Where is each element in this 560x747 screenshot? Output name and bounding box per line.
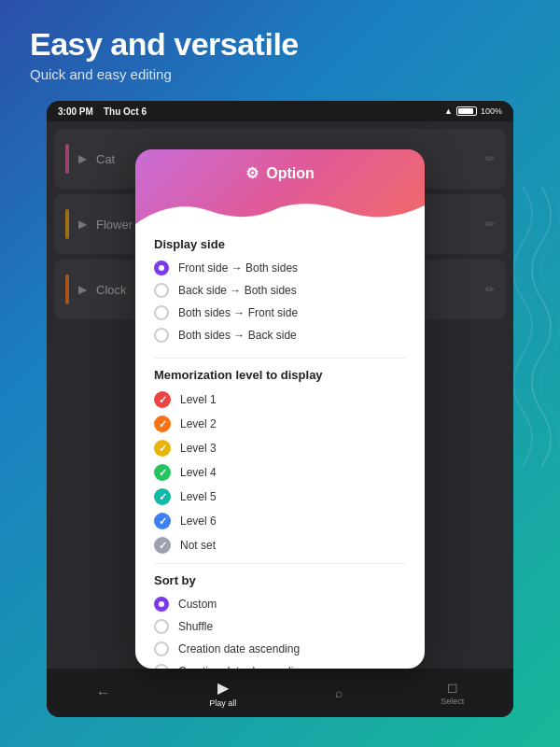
bottom-nav: ← ▶ Play all ⌕ ◻ Select	[47, 669, 513, 717]
radio-label: Back side → Both sides	[178, 284, 297, 297]
radio-circle-selected	[154, 261, 169, 275]
level-label: Level 6	[180, 514, 217, 528]
sort-label: Creation date descending	[178, 665, 306, 669]
modal-card: ⚙ Option Display side Front side → Both	[135, 149, 425, 669]
nav-select[interactable]: ◻ Select	[441, 680, 464, 706]
sort-label: Custom	[178, 598, 217, 611]
nav-back[interactable]: ←	[96, 684, 111, 701]
memorization-title: Memorization level to display	[154, 368, 406, 382]
nav-search[interactable]: ⌕	[335, 685, 343, 700]
level-label: Level 5	[180, 490, 217, 503]
modal-title: ⚙ Option	[154, 164, 406, 182]
sort-label: Creation date ascending	[178, 642, 300, 655]
play-all-icon: ▶	[217, 679, 229, 697]
sort-circle	[154, 664, 169, 669]
radio-label: Both sides → Back side	[178, 329, 297, 342]
level-label: Level 2	[180, 417, 217, 430]
back-icon: ←	[96, 684, 111, 701]
radio-item[interactable]: Back side → Both sides	[154, 283, 406, 298]
select-icon: ◻	[447, 680, 458, 695]
sort-by-title: Sort by	[154, 573, 406, 587]
radio-label: Both sides → Front side	[178, 306, 298, 319]
nav-playall[interactable]: ▶ Play all	[209, 679, 236, 708]
sort-item[interactable]: Shuffle	[154, 619, 406, 634]
sort-circle	[154, 641, 169, 656]
sort-circle	[154, 619, 169, 634]
wifi-icon: ▲	[444, 106, 453, 116]
modal-header: ⚙ Option	[135, 149, 425, 224]
radio-item[interactable]: Both sides → Front side	[154, 305, 406, 320]
modal-overlay: ⚙ Option Display side Front side → Both	[47, 142, 513, 669]
sub-title: Quick and easy editing	[30, 66, 530, 82]
radio-circle	[154, 328, 169, 343]
level-check-orange: ✓	[154, 416, 171, 432]
radio-circle	[154, 283, 169, 298]
phone-frame: 3:00 PM Thu Oct 6 ▲ 100% ▶ Cat ✏ ▶ Flow	[47, 101, 513, 717]
sort-item[interactable]: Creation date ascending	[154, 641, 406, 656]
main-title: Easy and versatile	[30, 26, 530, 63]
sort-options: Custom Shuffle Creation date ascending	[154, 597, 406, 669]
app-background: ▶ Cat ✏ ▶ Flower ✏ ▶ Clock ✏ ←	[47, 121, 513, 717]
level-check-red: ✓	[154, 391, 171, 408]
battery-indicator	[456, 106, 477, 116]
status-time-date: 3:00 PM Thu Oct 6	[58, 106, 147, 117]
level-item[interactable]: ✓ Level 5	[154, 488, 406, 505]
radio-item[interactable]: Front side → Both sides	[154, 261, 406, 275]
divider	[154, 563, 406, 564]
level-item[interactable]: ✓ Level 6	[154, 513, 406, 529]
level-label: Level 1	[180, 393, 217, 406]
level-check-green: ✓	[154, 464, 171, 481]
battery-pct: 100%	[481, 106, 502, 116]
level-check-blue: ✓	[154, 513, 171, 529]
level-item[interactable]: ✓ Not set	[154, 537, 406, 554]
level-check-gray: ✓	[154, 537, 171, 554]
status-bar: 3:00 PM Thu Oct 6 ▲ 100%	[47, 101, 513, 121]
nav-playall-label: Play all	[209, 698, 236, 708]
battery-fill	[458, 108, 473, 114]
sort-label: Shuffle	[178, 620, 213, 633]
display-side-options: Front side → Both sides Back side → Both…	[154, 261, 406, 343]
level-item[interactable]: ✓ Level 3	[154, 440, 406, 457]
level-label: Not set	[180, 539, 216, 552]
level-label: Level 4	[180, 466, 217, 479]
level-item[interactable]: ✓ Level 4	[154, 464, 406, 481]
gear-icon: ⚙	[245, 164, 259, 182]
level-item[interactable]: ✓ Level 1	[154, 391, 406, 408]
sort-item[interactable]: Custom	[154, 597, 406, 612]
level-label: Level 3	[180, 442, 217, 455]
level-item[interactable]: ✓ Level 2	[154, 416, 406, 432]
memorization-levels: ✓ Level 1 ✓ Level 2 ✓ Level 3 ✓	[154, 391, 406, 554]
sort-circle-selected	[154, 597, 169, 612]
modal-body: Display side Front side → Both sides Bac…	[135, 224, 425, 669]
modal-title-text: Option	[266, 165, 315, 182]
status-indicators: ▲ 100%	[444, 106, 502, 116]
display-side-title: Display side	[154, 237, 406, 251]
divider	[154, 358, 406, 359]
modal-wave	[135, 198, 425, 224]
sort-item[interactable]: Creation date descending	[154, 664, 406, 669]
level-check-teal: ✓	[154, 488, 171, 505]
radio-circle	[154, 305, 169, 320]
radio-label: Front side → Both sides	[178, 261, 298, 275]
level-check-yellow: ✓	[154, 440, 171, 457]
heading-area: Easy and versatile Quick and easy editin…	[0, 0, 560, 97]
nav-select-label: Select	[441, 697, 464, 706]
radio-item[interactable]: Both sides → Back side	[154, 328, 406, 343]
search-icon: ⌕	[335, 685, 343, 700]
